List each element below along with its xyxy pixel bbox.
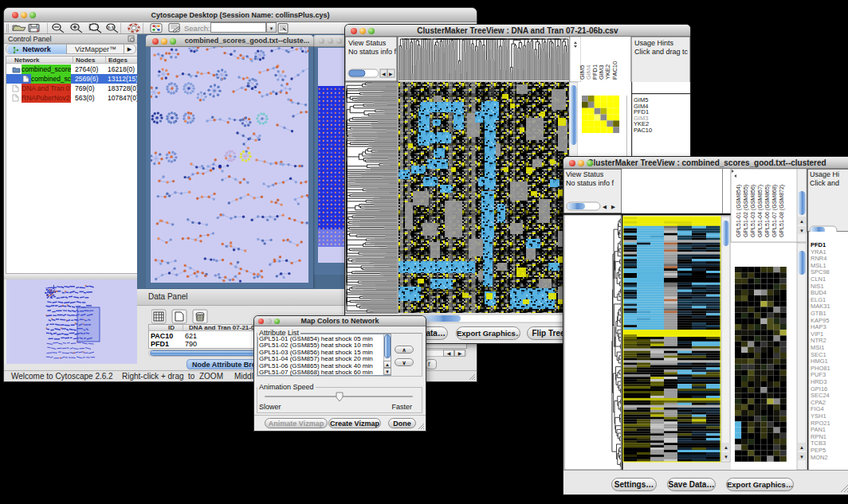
- svg-text:GPL51-03 (GSM856): GPL51-03 (GSM856): [750, 185, 756, 237]
- svg-text:▶: ▶: [389, 72, 393, 76]
- svg-text:GPL51-01 (GSM854): GPL51-01 (GSM854): [736, 185, 742, 237]
- svg-text:▶: ▶: [611, 204, 615, 209]
- svg-text:▼: ▼: [724, 455, 728, 459]
- svg-text:◀: ◀: [382, 72, 386, 76]
- svg-text:▲: ▲: [799, 445, 804, 450]
- svg-text:MON2: MON2: [811, 454, 828, 461]
- svg-text:▼: ▼: [799, 455, 804, 459]
- svg-text:GPL51-06 (GSM865): GPL51-06 (GSM865): [764, 185, 771, 237]
- svg-text:YKE2: YKE2: [604, 64, 611, 80]
- svg-text:View Status: View Status: [566, 170, 604, 178]
- svg-text:GPL51-04 (GSM857): GPL51-04 (GSM857): [757, 185, 764, 237]
- svg-text:PAC10: PAC10: [634, 127, 652, 134]
- svg-text:▼: ▼: [799, 229, 804, 233]
- svg-text:◀: ◀: [603, 204, 607, 209]
- svg-text:View Status: View Status: [348, 39, 387, 47]
- svg-text:Click and: Click and: [810, 179, 839, 187]
- svg-text:No status info f: No status info f: [566, 179, 614, 187]
- svg-text:▲: ▲: [799, 219, 804, 224]
- svg-text:1:1: 1:1: [108, 25, 114, 29]
- svg-text:GPL51-02 (GSM855): GPL51-02 (GSM855): [743, 185, 749, 237]
- svg-text:Usage Hi: Usage Hi: [810, 170, 839, 178]
- svg-text:PAC10: PAC10: [611, 61, 618, 80]
- svg-text:▲: ▲: [724, 445, 728, 450]
- svg-text:No status info f: No status info f: [348, 48, 397, 56]
- svg-text:Click and drag tc: Click and drag tc: [634, 48, 689, 56]
- svg-text:Usage Hints: Usage Hints: [634, 39, 674, 47]
- svg-text:GPL51-07 (GSM868): GPL51-07 (GSM868): [771, 185, 778, 237]
- svg-text:GPL51-08 (GSM872): GPL51-08 (GSM872): [779, 185, 785, 237]
